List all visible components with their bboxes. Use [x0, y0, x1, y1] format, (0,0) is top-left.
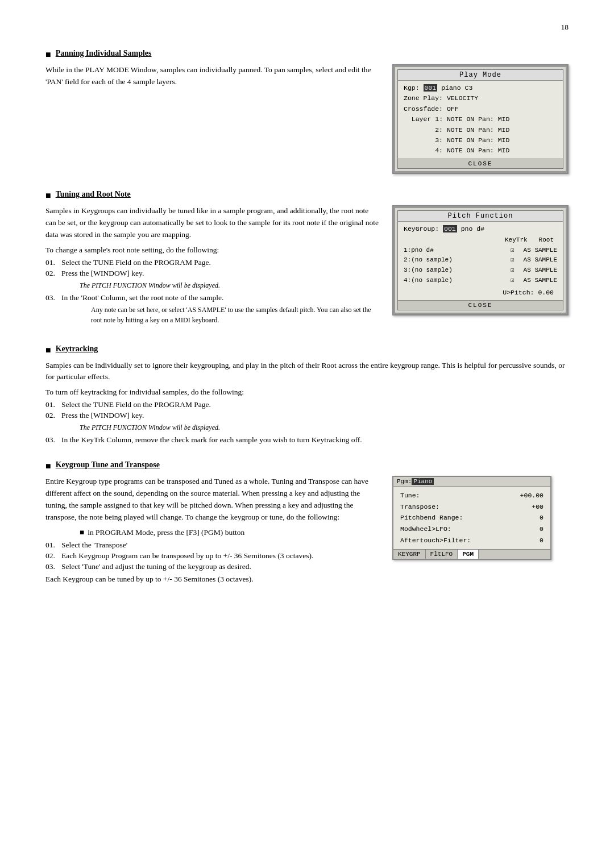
pitch-function-widget: Pitch Function KeyGroup: 001 pno d# KeyT…: [392, 205, 569, 316]
section-keytracking: ■ Keytracking Samples can be individuall…: [45, 344, 569, 445]
section4-title: Keygroup Tune and Transpose: [56, 460, 160, 470]
section2-note1: The PITCH FUNCTION Window will be displa…: [80, 281, 381, 290]
section2-step-intro: To change a sample's root note setting, …: [45, 246, 381, 255]
play-mode-widget: Play Mode Kgp: 001 piano C3 Zone Play: V…: [392, 64, 569, 174]
pitch-sample3: 3:(no sample) ☑ AS SAMPLE: [404, 265, 557, 276]
upitch-row: U>Pitch: 0.00: [404, 288, 557, 298]
section4-sub-text: in PROGRAM Mode, press the [F3] (PGM) bu…: [88, 528, 244, 537]
section4-steps: 01. Select the 'Transpose' 02. Each Keyg…: [45, 541, 381, 571]
play-mode-title: Play Mode: [459, 71, 501, 79]
pitch-col-headers: KeyTrk Root: [404, 235, 557, 246]
layer2-row: 2: NOTE ON Pan: MID: [404, 125, 557, 135]
section2-header: ■ Tuning and Root Note: [45, 190, 569, 201]
section-panning: ■ Panning Individual Samples While in th…: [45, 49, 569, 174]
zone-play-row: Zone Play: VELOCITY: [404, 93, 557, 103]
page-number: 18: [45, 23, 569, 32]
pitch-close[interactable]: CLOSE: [398, 300, 563, 310]
pgm-tabs: KEYGRP FltLFO PGM: [393, 549, 550, 559]
section3-step3: 03. In the KeyTrk Column, remove the che…: [45, 435, 569, 445]
kgp-row: Kgp: 001 piano C3: [404, 83, 557, 93]
section3-note1: The PITCH FUNCTION Window will be displa…: [80, 423, 569, 432]
section-keygroup-tune: ■ Keygroup Tune and Transpose Entire Key…: [45, 460, 569, 584]
pitch-function-title: Pitch Function: [448, 212, 513, 220]
section4-footer: Each Keygroup can be tuned by up to +/- …: [45, 575, 381, 584]
tab-keygrp[interactable]: KEYGRP: [393, 550, 426, 559]
section2-step3: 03. In the 'Root' Column, set the root n…: [45, 293, 381, 302]
section4-body: Entire Keygroup type programs can be tra…: [45, 476, 381, 524]
layer4-row: 4: NOTE ON Pan: MID: [404, 146, 557, 156]
kgp-value: 001: [424, 84, 438, 92]
section1-bullet: ■: [45, 49, 51, 60]
section2-steps: 01. Select the TUNE Field on the PROGRAM…: [45, 258, 381, 278]
play-mode-close[interactable]: CLOSE: [398, 159, 563, 168]
section3-header: ■ Keytracking: [45, 344, 569, 355]
section-panning-header: ■ Panning Individual Samples: [45, 49, 569, 60]
section3-step-intro: To turn off keytracking for individual s…: [45, 388, 569, 397]
section3-steps: 01. Select the TUNE Field on the PROGRAM…: [45, 400, 569, 420]
tab-filtlfo[interactable]: FltLFO: [426, 550, 458, 559]
keygroup-value: 001: [443, 225, 457, 232]
pgm-title-bar: Pgm:Piano: [393, 477, 550, 487]
pgm-body: Tune: +00.00 Transpose: +00 Pitchbend Ra…: [393, 487, 550, 549]
keygroup-row: KeyGroup: 001 pno d#: [404, 224, 557, 234]
section-tuning: ■ Tuning and Root Note Samples in Keygro…: [45, 190, 569, 329]
section2-bullet: ■: [45, 190, 51, 201]
section2-body: Samples in Keygroups can individually be…: [45, 205, 381, 241]
section4-sub-bullet-row: ■ in PROGRAM Mode, press the [F3] (PGM) …: [80, 528, 381, 537]
pitch-sample2: 2:(no sample) ☑ AS SAMPLE: [404, 255, 557, 265]
layer3-row: 3: NOTE ON Pan: MID: [404, 135, 557, 146]
section4-sub-bullet-icon: ■: [80, 528, 84, 537]
section3-body: Samples can be individually set to ignor…: [45, 360, 569, 384]
crossfade-row: Crossfade: OFF: [404, 104, 557, 114]
pitch-sample4: 4:(no sample) ☑ AS SAMPLE: [404, 276, 557, 286]
section1-body: While in the PLAY MODE Window, samples c…: [45, 64, 381, 88]
layer1-row: Layer 1: NOTE ON Pan: MID: [404, 114, 557, 124]
section4-header: ■ Keygroup Tune and Transpose: [45, 460, 569, 471]
section2-note2: Any note can be set here, or select 'AS …: [91, 305, 381, 325]
section1-title: Panning Individual Samples: [56, 49, 152, 58]
tab-pgm[interactable]: PGM: [458, 550, 479, 559]
section4-bullet: ■: [45, 461, 51, 471]
section3-bullet: ■: [45, 345, 51, 355]
pgm-widget: Pgm:Piano Tune: +00.00 Transpose: +00 Pi…: [392, 476, 569, 560]
pgm-title-value: Piano: [412, 478, 434, 485]
pitch-sample1: 1:pno d# ☑ AS SAMPLE: [404, 246, 557, 256]
section2-title: Tuning and Root Note: [56, 190, 131, 199]
section3-title: Keytracking: [56, 344, 98, 354]
